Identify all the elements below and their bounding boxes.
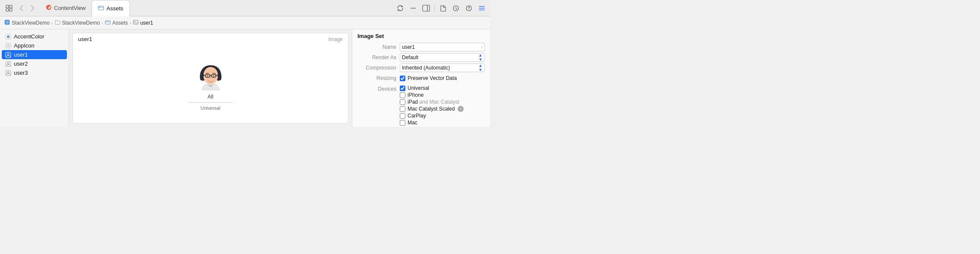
device-mac-checkbox[interactable]: [400, 120, 405, 126]
image-slot: All Universal: [189, 57, 232, 111]
inspector-renderas-select[interactable]: Default ▲ ▼: [400, 53, 485, 62]
inspector-name-field[interactable]: user1 ›: [400, 43, 485, 51]
breadcrumb-project-icon: S: [4, 19, 10, 26]
more-button[interactable]: [408, 3, 418, 13]
device-ipad-label[interactable]: iPad and Mac Catalyst: [408, 99, 459, 105]
inspector-devices-label: Devices: [357, 85, 396, 92]
svg-rect-15: [105, 21, 110, 24]
svg-point-19: [7, 35, 9, 38]
breadcrumb-item-user1[interactable]: user1: [140, 20, 153, 26]
inspector-row-name: Name user1 ›: [352, 42, 490, 52]
device-carplay: CarPlay: [400, 113, 464, 119]
device-carplay-checkbox[interactable]: [400, 113, 405, 119]
breadcrumb-item-assets[interactable]: Assets: [112, 20, 128, 26]
history-button[interactable]: [451, 3, 461, 13]
titlebar-right: [395, 3, 487, 13]
sidebar-item-user3[interactable]: user3: [2, 68, 67, 77]
sidebar-item-accentcolor[interactable]: AccentColor: [2, 32, 67, 41]
svg-rect-9: [423, 5, 430, 11]
sidebar: AccentColor AppIcon user1: [0, 29, 69, 127]
menu-button[interactable]: [477, 3, 487, 13]
device-iphone: iPhone: [400, 92, 464, 98]
svg-point-6: [411, 7, 412, 9]
device-ipad-checkbox[interactable]: [400, 99, 405, 105]
preserve-vector-row: Preserve Vector Data: [400, 75, 457, 81]
titlebar: ContentView Assets: [0, 0, 490, 16]
tab-contentview[interactable]: ContentView: [40, 0, 92, 16]
device-carplay-label[interactable]: CarPlay: [408, 113, 426, 119]
device-universal: Universal: [400, 85, 464, 91]
device-iphone-checkbox[interactable]: [400, 92, 405, 98]
inspector-toggle-button[interactable]: [421, 3, 431, 13]
breadcrumb: S StackViewDemo › StackViewDemo › Assets…: [0, 16, 490, 29]
sidebar-item-appicon-label: AppIcon: [14, 42, 35, 49]
device-universal-label[interactable]: Universal: [408, 85, 429, 91]
svg-rect-0: [6, 5, 9, 8]
svg-point-8: [414, 7, 416, 9]
nav-forward-button[interactable]: [28, 3, 37, 13]
svg-point-32: [207, 75, 208, 76]
tab-contentview-label: ContentView: [54, 5, 85, 11]
device-mac-label[interactable]: Mac: [408, 120, 417, 126]
grid-button[interactable]: [3, 3, 15, 13]
compression-arrows: ▲ ▼: [478, 64, 483, 72]
breadcrumb-sep-3: ›: [130, 20, 131, 25]
titlebar-left: [3, 3, 37, 13]
inspector-compression-value: Inherited (Automatic): [402, 65, 450, 71]
device-mac-catalyst-scaled-label[interactable]: Mac Catalyst Scaled: [408, 106, 455, 112]
sidebar-item-user2[interactable]: user2: [2, 59, 67, 68]
refresh-button[interactable]: [395, 3, 405, 13]
sidebar-item-user1[interactable]: user1: [2, 50, 67, 59]
breadcrumb-folder-icon: [55, 20, 60, 26]
sidebar-item-appicon[interactable]: AppIcon: [2, 41, 67, 50]
nav-back-button[interactable]: [16, 3, 26, 13]
swift-icon: [46, 4, 52, 12]
breadcrumb-item-project2[interactable]: StackViewDemo: [62, 20, 100, 26]
help-button[interactable]: [464, 3, 474, 13]
inspector-resizing-label: Resizing: [357, 75, 396, 81]
inspector-renderas-value: Default: [402, 54, 418, 60]
breadcrumb-label-project2: StackViewDemo: [62, 20, 100, 26]
asset-card-body: All Universal: [73, 45, 348, 123]
sidebar-item-user3-label: user3: [14, 70, 28, 76]
divider: [434, 5, 435, 12]
svg-point-34: [210, 86, 211, 87]
device-iphone-label[interactable]: iPhone: [408, 92, 424, 98]
slot-label-top: All: [208, 94, 213, 100]
svg-rect-2: [6, 9, 9, 11]
preserve-vector-checkbox[interactable]: [400, 76, 405, 81]
main-layout: AccentColor AppIcon user1: [0, 29, 490, 127]
assets-tab-icon: [98, 5, 104, 12]
device-mac-catalyst-scaled: Mac Catalyst Scaled i: [400, 106, 464, 112]
inspector-row-devices: Devices Universal iPhone iPad and Mac Ca…: [352, 83, 490, 127]
device-mac-catalyst-scaled-checkbox[interactable]: [400, 106, 405, 112]
sidebar-item-user1-label: user1: [14, 51, 28, 58]
breadcrumb-assets-icon: [105, 19, 111, 26]
device-ipad-suffix: and Mac Catalyst: [419, 99, 459, 105]
mac-catalyst-info-icon[interactable]: i: [458, 106, 464, 112]
tab-assets-label: Assets: [106, 5, 123, 12]
inspector-panel: Image Set Name user1 › Render As Default…: [352, 29, 490, 127]
new-file-button[interactable]: [438, 3, 448, 13]
breadcrumb-image-icon: [133, 19, 139, 26]
slot-label-bottom: Universal: [201, 105, 221, 111]
svg-rect-4: [98, 6, 104, 10]
tab-assets[interactable]: Assets: [92, 0, 130, 16]
sidebar-item-user2-label: user2: [14, 60, 28, 67]
inspector-compression-select[interactable]: Inherited (Automatic) ▲ ▼: [400, 64, 485, 72]
breadcrumb-label-project1: StackViewDemo: [12, 20, 50, 26]
breadcrumb-item-project1[interactable]: StackViewDemo: [12, 20, 50, 26]
device-apple-watch-checkbox[interactable]: [400, 127, 405, 127]
accentcolor-icon: [5, 34, 11, 40]
device-apple-watch-label[interactable]: Apple Watch: [408, 127, 437, 127]
device-universal-checkbox[interactable]: [400, 86, 405, 91]
user-avatar-image: [193, 57, 228, 92]
user3-icon: [5, 70, 11, 76]
svg-point-12: [468, 9, 469, 9]
breadcrumb-sep-2: ›: [101, 20, 103, 25]
device-apple-watch: Apple Watch: [400, 127, 464, 127]
device-ipad: iPad and Mac Catalyst: [400, 99, 464, 105]
svg-text:S: S: [6, 20, 8, 24]
preserve-vector-label[interactable]: Preserve Vector Data: [408, 75, 457, 81]
slot-divider: [189, 102, 232, 103]
